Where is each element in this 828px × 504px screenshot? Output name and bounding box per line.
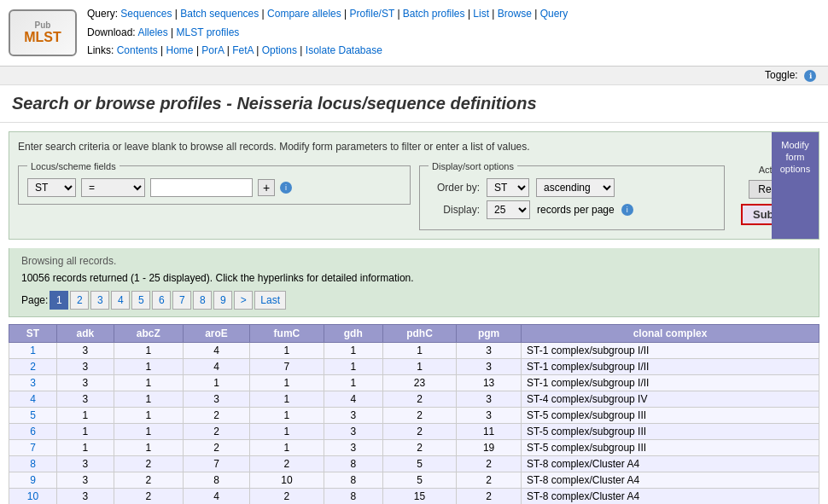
table-cell: 1 xyxy=(114,342,183,358)
order-by-label: Order by: xyxy=(429,182,480,194)
table-cell[interactable]: 7 xyxy=(9,439,57,455)
table-cell: 8 xyxy=(324,472,382,488)
nav-link-options[interactable]: Options xyxy=(262,44,297,56)
table-cell[interactable]: 3 xyxy=(9,374,57,391)
logo: Pub MLST xyxy=(9,9,77,56)
page-btn-3[interactable]: 3 xyxy=(90,291,109,310)
table-cell[interactable]: 9 xyxy=(9,472,57,488)
page-btn-last[interactable]: Last xyxy=(254,291,286,310)
table-cell: 3 xyxy=(183,391,249,407)
display-info-icon[interactable]: i xyxy=(621,204,633,216)
operator-select[interactable]: = contains > < xyxy=(81,178,145,197)
nav-link-browse[interactable]: Browse xyxy=(498,8,532,20)
page-btn-next[interactable]: > xyxy=(234,291,253,310)
locus-value-input[interactable] xyxy=(150,178,253,197)
st-link[interactable]: 3 xyxy=(30,377,36,389)
nav-link-feta[interactable]: FetA xyxy=(232,44,254,56)
nav-link-compare-alleles[interactable]: Compare alleles xyxy=(267,8,341,20)
st-link[interactable]: 2 xyxy=(30,361,36,373)
nav-link-batch-sequences[interactable]: Batch sequences xyxy=(180,8,259,20)
st-link[interactable]: 4 xyxy=(30,393,36,405)
toggle-label: Toggle: xyxy=(765,69,798,81)
nav-link-alleles[interactable]: Alleles xyxy=(137,26,167,38)
table-cell: 2 xyxy=(457,455,522,472)
order-direction-select[interactable]: ascending descending xyxy=(536,178,615,197)
st-link[interactable]: 8 xyxy=(30,458,36,470)
nav-link-mlst-profiles[interactable]: MLST profiles xyxy=(177,26,240,38)
table-cell: ST-8 complex/Cluster A4 xyxy=(522,472,819,488)
table-cell: 1 xyxy=(114,391,183,407)
nav-link-sequences[interactable]: Sequences xyxy=(120,8,172,20)
table-cell[interactable]: 10 xyxy=(9,488,57,504)
st-link[interactable]: 10 xyxy=(27,490,38,502)
locus-field-select[interactable]: ST adk abcZ xyxy=(27,178,76,197)
table-cell: 1 xyxy=(250,342,324,358)
locus-info-icon[interactable]: i xyxy=(280,182,292,194)
col-fumc: fumC xyxy=(250,324,324,342)
col-clonal-complex: clonal complex xyxy=(522,324,819,342)
table-cell[interactable]: 2 xyxy=(9,358,57,374)
table-cell: 1 xyxy=(250,439,324,455)
nav-link-isolate-database[interactable]: Isolate Database xyxy=(306,44,382,56)
page-btn-5[interactable]: 5 xyxy=(131,291,150,310)
locus-row: ST adk abcZ = contains > < + i xyxy=(27,178,401,197)
toggle-info-icon[interactable]: ℹ xyxy=(804,70,816,82)
table-cell: 23 xyxy=(382,374,456,391)
display-fieldset: Display/sort options Order by: ST adk as… xyxy=(419,161,725,230)
nav-link-batch-profiles[interactable]: Batch profiles xyxy=(403,8,465,20)
search-instructions: Enter search criteria or leave blank to … xyxy=(18,141,810,153)
records-per-page-label: records per page xyxy=(537,204,615,216)
display-count-select[interactable]: 25 50 100 xyxy=(487,200,530,219)
page-btn-2[interactable]: 2 xyxy=(70,291,89,310)
st-link[interactable]: 6 xyxy=(30,426,36,437)
table-row: 13141113ST-1 complex/subgroup I/II xyxy=(9,342,819,358)
table-cell[interactable]: 4 xyxy=(9,391,57,407)
page-btn-1[interactable]: 1 xyxy=(50,291,68,310)
table-cell: 3 xyxy=(324,407,382,423)
table-row: 611213211ST-5 complex/subgroup III xyxy=(9,423,819,439)
st-link[interactable]: 1 xyxy=(30,345,36,356)
table-cell: 2 xyxy=(382,439,456,455)
record-count-text: 10056 records returned (1 - 25 displayed… xyxy=(21,272,807,284)
table-cell[interactable]: 8 xyxy=(9,455,57,472)
results-info: Browsing all records. 10056 records retu… xyxy=(9,248,819,317)
st-link[interactable]: 9 xyxy=(30,474,36,486)
table-cell: 4 xyxy=(183,342,249,358)
table-cell: 7 xyxy=(250,358,324,374)
modify-form-button[interactable]: Modify form options xyxy=(772,132,819,239)
nav-link-query[interactable]: Query xyxy=(540,8,569,20)
col-pdhc: pdhC xyxy=(382,324,456,342)
table-cell[interactable]: 5 xyxy=(9,407,57,423)
links-label: Links: xyxy=(87,44,114,56)
nav-link-pora[interactable]: PorA xyxy=(201,44,224,56)
st-link[interactable]: 5 xyxy=(30,409,36,421)
nav-link-list[interactable]: List xyxy=(473,8,489,20)
table-cell: ST-1 complex/subgroup I/II xyxy=(522,358,819,374)
page-btn-8[interactable]: 8 xyxy=(193,291,212,310)
pagination: Page: 1 2 3 4 5 6 7 8 9 > Last xyxy=(21,291,807,310)
add-locus-button[interactable]: + xyxy=(258,179,275,196)
table-cell: ST-5 complex/subgroup III xyxy=(522,423,819,439)
table-cell: 1 xyxy=(382,342,456,358)
table-cell: 1 xyxy=(382,358,456,374)
order-by-select[interactable]: ST adk xyxy=(487,178,529,197)
page-btn-6[interactable]: 6 xyxy=(152,291,171,310)
page-btn-7[interactable]: 7 xyxy=(172,291,191,310)
col-adk: adk xyxy=(57,324,114,342)
table-cell: 3 xyxy=(57,455,114,472)
table-cell: 13 xyxy=(457,374,522,391)
table-cell[interactable]: 1 xyxy=(9,342,57,358)
page-btn-4[interactable]: 4 xyxy=(111,291,130,310)
page-title: Search or browse profiles - Neisseria lo… xyxy=(12,94,816,113)
nav-link-contents[interactable]: Contents xyxy=(117,44,158,56)
display-count-row: Display: 25 50 100 records per page i xyxy=(429,200,715,219)
nav-link-home[interactable]: Home xyxy=(166,44,194,56)
table-cell: 3 xyxy=(457,407,522,423)
table-cell[interactable]: 6 xyxy=(9,423,57,439)
download-label: Download: xyxy=(87,26,136,38)
page-btn-9[interactable]: 9 xyxy=(213,291,232,310)
table-cell: 2 xyxy=(183,439,249,455)
nav-link-profile-st[interactable]: Profile/ST xyxy=(350,8,394,20)
st-link[interactable]: 7 xyxy=(30,442,36,454)
table-cell: 2 xyxy=(457,472,522,488)
